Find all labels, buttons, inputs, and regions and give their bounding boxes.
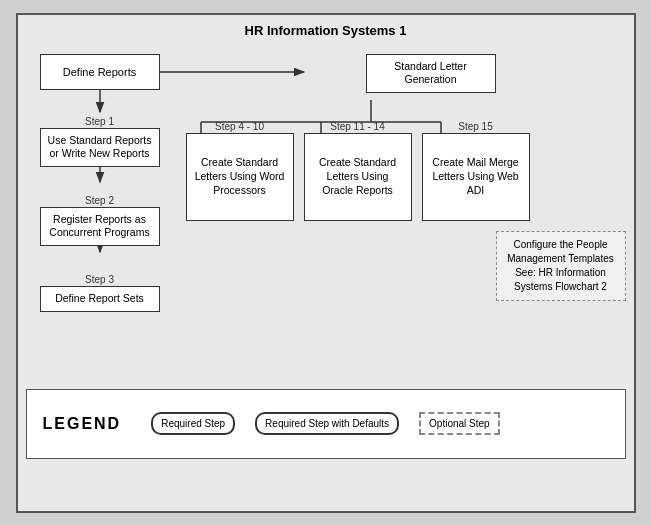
step15-label: Step 15 bbox=[458, 121, 492, 132]
step4-10-box: Create Standard Letters Using Word Proce… bbox=[186, 133, 294, 221]
page-title: HR Information Systems 1 bbox=[26, 23, 626, 38]
required-defaults-box: Required Step with Defaults bbox=[255, 412, 399, 435]
step3-label: Step 3 bbox=[40, 274, 160, 285]
required-step-box: Required Step bbox=[151, 412, 235, 435]
step-col-3: Step 15 Create Mail Merge Letters Using … bbox=[422, 119, 530, 221]
step-col-1: Step 4 - 10 Create Standard Letters Usin… bbox=[186, 119, 294, 221]
std-letter-box: Standard Letter Generation bbox=[366, 54, 496, 93]
config-box: Configure the People Management Template… bbox=[496, 231, 626, 301]
step11-14-label: Step 11 - 14 bbox=[330, 121, 384, 132]
step1-label: Step 1 bbox=[40, 116, 160, 127]
legend-area: LEGEND Required Step Required Step with … bbox=[26, 389, 626, 459]
step4-10-label: Step 4 - 10 bbox=[215, 121, 264, 132]
legend-title: LEGEND bbox=[43, 415, 122, 433]
step2-box: Register Reports as Concurrent Programs bbox=[40, 207, 160, 246]
right-column: Standard Letter Generation Step 4 - 10 C… bbox=[186, 46, 626, 301]
step1-box: Use Standard Reports or Write New Report… bbox=[40, 128, 160, 167]
flow-container: Define Reports Step 1 Use Standard Repor… bbox=[26, 46, 626, 381]
optional-step-box: Optional Step bbox=[419, 412, 500, 435]
step2-label: Step 2 bbox=[40, 195, 160, 206]
outer-frame: HR Information Systems 1 bbox=[16, 13, 636, 513]
step15-box: Create Mail Merge Letters Using Web ADI bbox=[422, 133, 530, 221]
legend-required: Required Step bbox=[151, 412, 235, 435]
step-col-2: Step 11 - 14 Create Standard Letters Usi… bbox=[304, 119, 412, 221]
legend-optional: Optional Step bbox=[419, 412, 500, 435]
step3-box: Define Report Sets bbox=[40, 286, 160, 312]
legend-required-defaults: Required Step with Defaults bbox=[255, 412, 399, 435]
step11-14-box: Create Standard Letters Using Oracle Rep… bbox=[304, 133, 412, 221]
left-column: Define Reports Step 1 Use Standard Repor… bbox=[26, 46, 174, 312]
define-reports-box: Define Reports bbox=[40, 54, 160, 90]
